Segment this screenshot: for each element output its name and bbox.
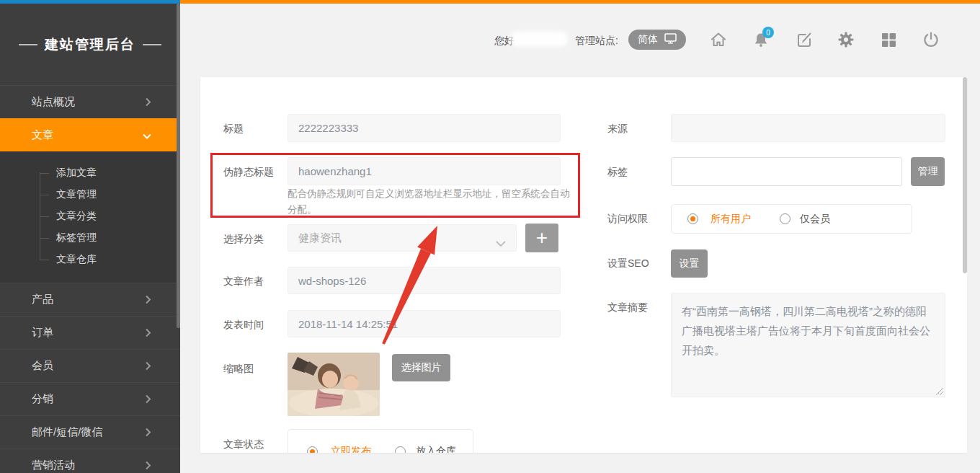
manage-site-label: 管理站点: (575, 35, 618, 48)
notification-badge: 0 (762, 27, 774, 38)
status-warehouse-radio[interactable] (395, 446, 406, 454)
category-selected-value: 健康资讯 (298, 231, 342, 245)
site-language-label: 简体 (638, 33, 658, 46)
publish-time-label: 发表时间 (223, 319, 264, 332)
add-category-button[interactable]: + (525, 224, 558, 252)
thumbnail-image[interactable] (288, 353, 380, 416)
slug-input[interactable] (288, 157, 561, 185)
source-label: 来源 (607, 123, 628, 136)
access-radio-group: 所有用户 仅会员 (671, 204, 912, 234)
sidebar-subitem-article-category[interactable]: 文章分类 (0, 205, 180, 227)
sidebar-item-label: 产品 (32, 293, 53, 306)
app-logo: 建站管理后台 (0, 4, 180, 85)
access-members-only-label[interactable]: 仅会员 (800, 213, 830, 226)
username-blurred (510, 31, 568, 47)
summary-label: 文章摘要 (607, 301, 648, 314)
grid-apps-icon[interactable] (879, 30, 898, 49)
author-input[interactable] (288, 267, 561, 294)
seo-label: 设置SEO (607, 257, 649, 270)
sidebar-item-label: 文章 (32, 128, 53, 142)
subitem-label: 文章管理 (56, 188, 97, 201)
chevron-down-icon (143, 129, 151, 141)
topbar-orange-strip (180, 0, 980, 4)
chevron-right-icon (146, 96, 151, 108)
status-publish-label[interactable]: 立即发布 (331, 445, 371, 453)
chevron-right-icon (146, 393, 151, 405)
sidebar-subitem-article-warehouse[interactable]: 文章仓库 (0, 249, 180, 270)
title-input[interactable] (288, 114, 561, 142)
sidebar-item-label: 分销 (32, 392, 53, 406)
category-label: 选择分类 (223, 233, 264, 246)
sidebar-item-orders[interactable]: 订单 (0, 316, 180, 349)
seo-settings-button[interactable]: 设置 (671, 249, 708, 278)
sidebar-subitem-add-article[interactable]: 添加文章 (0, 162, 180, 184)
chevron-down-icon (496, 236, 506, 249)
status-label: 文章状态 (223, 438, 264, 451)
articles-submenu: 添加文章 文章管理 文章分类 标签管理 文章仓库 (0, 151, 180, 283)
status-radio-group: 立即发布 放入仓库 (288, 429, 473, 453)
edit-icon[interactable] (795, 30, 814, 49)
article-edit-form: 标题 伪静态标题 配合伪静态规则可自定义浏览器地址栏显示地址，留空系统会自动分配… (200, 77, 967, 453)
sidebar-item-members[interactable]: 会员 (0, 349, 180, 382)
status-warehouse-label[interactable]: 放入仓库 (416, 445, 456, 453)
chevron-right-icon (146, 293, 151, 306)
content-scrollbar[interactable] (963, 77, 967, 273)
chevron-right-icon (146, 426, 151, 438)
sidebar-item-label: 会员 (32, 359, 53, 373)
thumbnail-label: 缩略图 (223, 363, 254, 376)
subitem-label: 标签管理 (56, 231, 97, 244)
subitem-label: 文章仓库 (56, 253, 97, 266)
tags-input[interactable] (671, 157, 902, 186)
sidebar-item-articles[interactable]: 文章 (0, 118, 180, 151)
chevron-right-icon (146, 459, 151, 472)
logo-dash (143, 44, 161, 45)
sidebar-item-label: 订单 (32, 326, 53, 340)
sidebar-subitem-article-manage[interactable]: 文章管理 (0, 184, 180, 205)
home-icon[interactable] (709, 30, 728, 49)
status-publish-radio[interactable] (307, 446, 318, 454)
site-language-button[interactable]: 简体 (628, 30, 686, 50)
summary-textarea[interactable]: 有“西南第一高钢塔，四川第二高电视塔”之称的德阳广播电视塔主塔广告位将于本月下旬… (671, 293, 945, 397)
access-all-users-radio[interactable] (687, 213, 698, 224)
slug-label: 伪静态标题 (223, 166, 274, 179)
chevron-right-icon (146, 360, 151, 372)
sidebar-item-label: 邮件/短信/微信 (32, 425, 102, 439)
sidebar-scrollbar[interactable] (177, 4, 180, 328)
sidebar-item-label: 营销活动 (32, 459, 75, 472)
choose-image-button[interactable]: 选择图片 (392, 354, 450, 381)
access-all-users-label[interactable]: 所有用户 (710, 213, 751, 226)
slug-help-text: 配合伪静态规则可自定义浏览器地址栏显示地址，留空系统会自动分配。 (288, 186, 574, 218)
logo-dash (19, 44, 37, 45)
sidebar-item-marketing[interactable]: 营销活动 (0, 448, 180, 473)
manage-tags-button[interactable]: 管理 (911, 157, 945, 186)
sidebar-item-site-overview[interactable]: 站点概况 (0, 85, 180, 118)
tags-label: 标签 (607, 166, 628, 179)
publish-time-input[interactable] (288, 310, 561, 337)
monitor-icon (664, 33, 677, 46)
chevron-right-icon (146, 327, 151, 339)
category-select[interactable]: 健康资讯 (288, 224, 517, 252)
sidebar: 建站管理后台 站点概况 文章 添加文章 文章管理 文章分类 标签管理 文章仓库 … (0, 4, 180, 473)
sidebar-subitem-tag-manage[interactable]: 标签管理 (0, 227, 180, 249)
gear-icon[interactable] (837, 30, 855, 49)
access-members-only-radio[interactable] (780, 213, 790, 224)
access-label: 访问权限 (607, 213, 648, 226)
power-icon[interactable] (922, 30, 940, 49)
subitem-label: 文章分类 (56, 210, 97, 223)
sidebar-item-label: 站点概况 (32, 95, 75, 109)
title-label: 标题 (223, 123, 244, 136)
app-title: 建站管理后台 (45, 35, 135, 54)
source-input[interactable] (671, 114, 945, 142)
sidebar-item-distribution[interactable]: 分销 (0, 382, 180, 415)
subitem-label: 添加文章 (56, 167, 97, 180)
sidebar-item-products[interactable]: 产品 (0, 283, 180, 316)
sidebar-item-mail-sms-wechat[interactable]: 邮件/短信/微信 (0, 415, 180, 448)
author-label: 文章作者 (223, 275, 264, 288)
